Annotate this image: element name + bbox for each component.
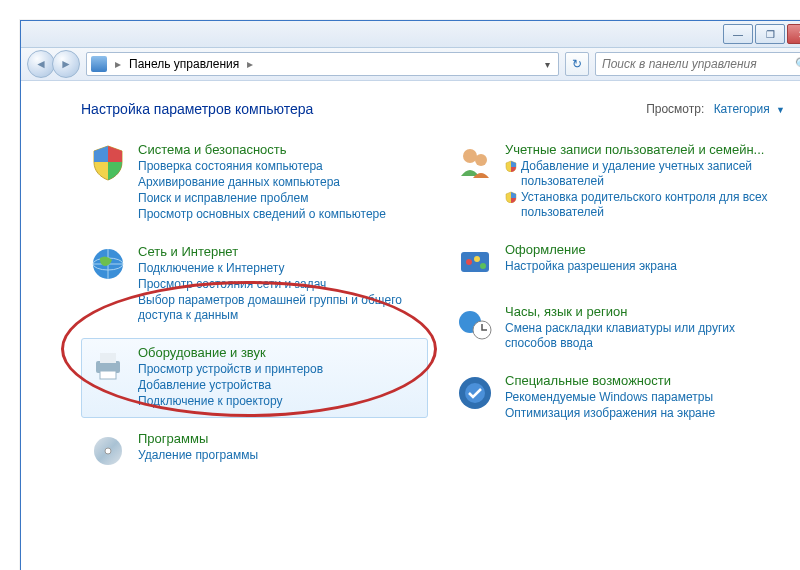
link-text: Добавление устройства xyxy=(138,378,271,393)
category-title[interactable]: Оборудование и звук xyxy=(138,345,419,360)
category-links: Просмотр устройств и принтеровДобавление… xyxy=(138,362,419,409)
category-title[interactable]: Специальные возможности xyxy=(505,373,786,388)
category-link[interactable]: Просмотр устройств и принтеров xyxy=(138,362,419,377)
navbar: ◄ ► ▸ Панель управления ▸ ▾ ↻ 🔍 xyxy=(21,48,800,81)
category-title[interactable]: Система и безопасность xyxy=(138,142,419,157)
uac-shield-icon xyxy=(505,160,517,172)
category-links: Проверка состояния компьютераАрхивирован… xyxy=(138,159,419,222)
view-by-label: Просмотр: xyxy=(646,102,704,116)
content-area: Настройка параметров компьютера Просмотр… xyxy=(21,81,800,570)
category-body: ПрограммыУдаление программы xyxy=(138,431,419,471)
link-text: Просмотр основных сведений о компьютере xyxy=(138,207,386,222)
category-body: Специальные возможностиРекомендуемые Win… xyxy=(505,373,786,421)
control-panel-icon xyxy=(91,56,107,72)
clock-globe-icon xyxy=(455,304,495,344)
link-text: Рекомендуемые Windows параметры xyxy=(505,390,713,405)
link-text: Настройка разрешения экрана xyxy=(505,259,677,274)
category-link[interactable]: Просмотр состояния сети и задач xyxy=(138,277,419,292)
category-link[interactable]: Подключение к проектору xyxy=(138,394,419,409)
link-text: Удаление программы xyxy=(138,448,258,463)
category-hardware-sound[interactable]: Оборудование и звукПросмотр устройств и … xyxy=(81,338,428,418)
category-appearance[interactable]: ОформлениеНастройка разрешения экрана xyxy=(448,235,795,291)
uac-shield-icon xyxy=(505,191,517,203)
disc-icon xyxy=(88,431,128,471)
category-body: Учетные записи пользователей и семейн...… xyxy=(505,142,786,220)
category-links: Настройка разрешения экрана xyxy=(505,259,786,274)
category-links: Добавление и удаление учетных записей по… xyxy=(505,159,786,220)
refresh-button[interactable]: ↻ xyxy=(565,52,589,76)
link-text: Установка родительского контроля для все… xyxy=(521,190,786,220)
view-by-control[interactable]: Просмотр: Категория ▼ xyxy=(646,102,785,116)
category-body: Часы, язык и регионСмена раскладки клави… xyxy=(505,304,786,351)
link-text: Проверка состояния компьютера xyxy=(138,159,323,174)
category-title[interactable]: Сеть и Интернет xyxy=(138,244,419,259)
category-link[interactable]: Удаление программы xyxy=(138,448,419,463)
breadcrumb-sep: ▸ xyxy=(245,57,255,71)
minimize-button[interactable]: — xyxy=(723,24,753,44)
maximize-button[interactable]: ❐ xyxy=(755,24,785,44)
category-link[interactable]: Оптимизация изображения на экране xyxy=(505,406,786,421)
category-title[interactable]: Оформление xyxy=(505,242,786,257)
palette-icon xyxy=(455,242,495,282)
category-body: Система и безопасностьПроверка состояния… xyxy=(138,142,419,222)
category-ease-access[interactable]: Специальные возможностиРекомендуемые Win… xyxy=(448,366,795,430)
link-text: Смена раскладки клавиатуры или других сп… xyxy=(505,321,786,351)
nav-buttons: ◄ ► xyxy=(27,50,80,78)
category-link[interactable]: Добавление устройства xyxy=(138,378,419,393)
link-text: Архивирование данных компьютера xyxy=(138,175,340,190)
category-clock-lang[interactable]: Часы, язык и регионСмена раскладки клави… xyxy=(448,297,795,360)
view-by-value: Категория xyxy=(708,102,770,116)
category-links: Рекомендуемые Windows параметрыОптимизац… xyxy=(505,390,786,421)
header-row: Настройка параметров компьютера Просмотр… xyxy=(81,101,795,117)
link-text: Выбор параметров домашней группы и общег… xyxy=(138,293,419,323)
category-body: Сеть и ИнтернетПодключение к ИнтернетуПр… xyxy=(138,244,419,323)
globe-icon xyxy=(88,244,128,284)
chevron-down-icon: ▼ xyxy=(773,105,785,115)
breadcrumb-sep: ▸ xyxy=(113,57,123,71)
category-links: Подключение к ИнтернетуПросмотр состояни… xyxy=(138,261,419,323)
category-body: ОформлениеНастройка разрешения экрана xyxy=(505,242,786,282)
ease-icon xyxy=(455,373,495,413)
category-link[interactable]: Установка родительского контроля для все… xyxy=(505,190,786,220)
category-link[interactable]: Добавление и удаление учетных записей по… xyxy=(505,159,786,189)
category-title[interactable]: Учетные записи пользователей и семейн... xyxy=(505,142,786,157)
category-link[interactable]: Просмотр основных сведений о компьютере xyxy=(138,207,419,222)
address-dropdown-arrow[interactable]: ▾ xyxy=(541,59,554,70)
category-system-security[interactable]: Система и безопасностьПроверка состояния… xyxy=(81,135,428,231)
category-link[interactable]: Рекомендуемые Windows параметры xyxy=(505,390,786,405)
link-text: Поиск и исправление проблем xyxy=(138,191,308,206)
category-link[interactable]: Выбор параметров домашней группы и общег… xyxy=(138,293,419,323)
category-link[interactable]: Настройка разрешения экрана xyxy=(505,259,786,274)
category-links: Смена раскладки клавиатуры или других сп… xyxy=(505,321,786,351)
category-link[interactable]: Поиск и исправление проблем xyxy=(138,191,419,206)
search-icon: 🔍 xyxy=(795,57,800,71)
column-right: Учетные записи пользователей и семейн...… xyxy=(448,135,795,480)
control-panel-window: — ❐ ✕ ◄ ► ▸ Панель управления ▸ ▾ ↻ 🔍 На… xyxy=(20,20,800,570)
close-button[interactable]: ✕ xyxy=(787,24,800,44)
category-programs[interactable]: ПрограммыУдаление программы xyxy=(81,424,428,480)
link-text: Добавление и удаление учетных записей по… xyxy=(521,159,786,189)
address-bar[interactable]: ▸ Панель управления ▸ ▾ xyxy=(86,52,559,76)
category-link[interactable]: Проверка состояния компьютера xyxy=(138,159,419,174)
search-box[interactable]: 🔍 xyxy=(595,52,800,76)
page-title: Настройка параметров компьютера xyxy=(81,101,313,117)
category-title[interactable]: Программы xyxy=(138,431,419,446)
category-link[interactable]: Подключение к Интернету xyxy=(138,261,419,276)
shield-icon xyxy=(88,142,128,182)
category-user-accounts[interactable]: Учетные записи пользователей и семейн...… xyxy=(448,135,795,229)
category-title[interactable]: Часы, язык и регион xyxy=(505,304,786,319)
category-links: Удаление программы xyxy=(138,448,419,463)
column-left: Система и безопасностьПроверка состояния… xyxy=(81,135,428,480)
category-link[interactable]: Смена раскладки клавиатуры или других сп… xyxy=(505,321,786,351)
link-text: Оптимизация изображения на экране xyxy=(505,406,715,421)
breadcrumb[interactable]: Панель управления xyxy=(129,57,239,71)
back-button[interactable]: ◄ xyxy=(27,50,55,78)
link-text: Подключение к проектору xyxy=(138,394,283,409)
category-network-internet[interactable]: Сеть и ИнтернетПодключение к ИнтернетуПр… xyxy=(81,237,428,332)
link-text: Подключение к Интернету xyxy=(138,261,285,276)
category-link[interactable]: Архивирование данных компьютера xyxy=(138,175,419,190)
users-icon xyxy=(455,142,495,182)
forward-button[interactable]: ► xyxy=(52,50,80,78)
link-text: Просмотр устройств и принтеров xyxy=(138,362,323,377)
search-input[interactable] xyxy=(600,56,795,72)
